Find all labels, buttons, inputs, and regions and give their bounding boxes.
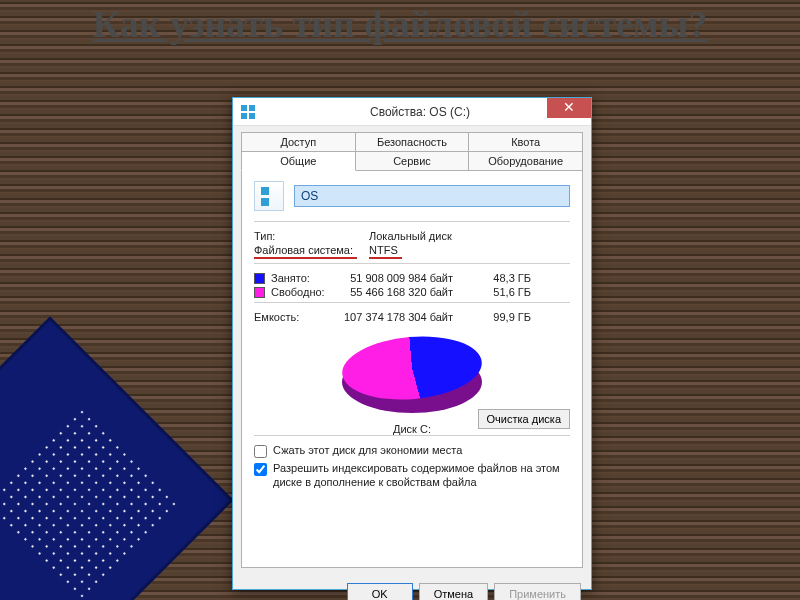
tab-service[interactable]: Сервис (355, 152, 470, 171)
separator (254, 435, 570, 436)
tab-row-1: Доступ Безопасность Квота (241, 132, 583, 152)
capacity-bytes: 107 374 178 304 байт (331, 311, 471, 323)
free-row: Свободно: 55 466 168 320 байт 51,6 ГБ (254, 286, 570, 298)
used-label: Занято: (271, 272, 331, 284)
tab-panel-general: OS Тип: Локальный диск Файловая система:… (241, 170, 583, 568)
tab-security[interactable]: Безопасность (355, 132, 470, 152)
free-gb: 51,6 ГБ (471, 286, 531, 298)
used-gb: 48,3 ГБ (471, 272, 531, 284)
usage-table: Занято: 51 908 009 984 байт 48,3 ГБ Своб… (254, 272, 570, 298)
dialog-buttons: OK Отмена Применить (233, 577, 591, 600)
type-label: Тип: (254, 230, 369, 242)
compress-checkbox[interactable] (254, 445, 267, 458)
used-row: Занято: 51 908 009 984 байт 48,3 ГБ (254, 272, 570, 284)
compress-label: Сжать этот диск для экономии места (273, 444, 462, 458)
filesystem-label-text: Файловая система: (254, 244, 357, 259)
tab-access[interactable]: Доступ (241, 132, 356, 152)
apply-button[interactable]: Применить (494, 583, 581, 600)
separator (254, 302, 570, 303)
capacity-label: Емкость: (254, 311, 331, 323)
slide-title: Как узнать тип файловой системы? (0, 4, 800, 46)
index-option[interactable]: Разрешить индексировать содержимое файло… (254, 462, 570, 490)
drive-icon (241, 105, 255, 119)
used-swatch-icon (254, 273, 265, 284)
disk-cleanup-button[interactable]: Очистка диска (478, 409, 570, 429)
tabs: Доступ Безопасность Квота Общие Сервис О… (233, 126, 591, 171)
separator (254, 263, 570, 264)
tab-row-2: Общие Сервис Оборудование (241, 152, 583, 171)
pie-icon (342, 337, 482, 407)
type-value: Локальный диск (369, 230, 570, 242)
window-title: Свойства: OS (C:) (263, 105, 591, 119)
tab-quota[interactable]: Квота (468, 132, 583, 152)
volume-name-input[interactable]: OS (294, 185, 570, 207)
free-swatch-icon (254, 287, 265, 298)
separator (254, 221, 570, 222)
free-label: Свободно: (271, 286, 331, 298)
filesystem-label: Файловая система: (254, 244, 369, 259)
compress-option[interactable]: Сжать этот диск для экономии места (254, 444, 570, 458)
cancel-button[interactable]: Отмена (419, 583, 488, 600)
filesystem-value-text: NTFS (369, 244, 402, 259)
capacity-gb: 99,9 ГБ (471, 311, 531, 323)
filesystem-value: NTFS (369, 244, 570, 259)
index-checkbox[interactable] (254, 463, 267, 476)
tab-hardware[interactable]: Оборудование (468, 152, 583, 171)
index-label: Разрешить индексировать содержимое файло… (273, 462, 570, 490)
free-bytes: 55 466 168 320 байт (331, 286, 471, 298)
usage-pie-chart: Диск C: Очистка диска (254, 331, 570, 431)
used-bytes: 51 908 009 984 байт (331, 272, 471, 284)
close-button[interactable]: ✕ (547, 98, 591, 118)
capacity-row: Емкость: 107 374 178 304 байт 99,9 ГБ (254, 311, 570, 323)
volume-icon (254, 181, 284, 211)
tab-general[interactable]: Общие (241, 152, 356, 171)
ok-button[interactable]: OK (347, 583, 413, 600)
properties-dialog: Свойства: OS (C:) ✕ Доступ Безопасность … (232, 97, 592, 590)
titlebar[interactable]: Свойства: OS (C:) ✕ (233, 98, 591, 126)
